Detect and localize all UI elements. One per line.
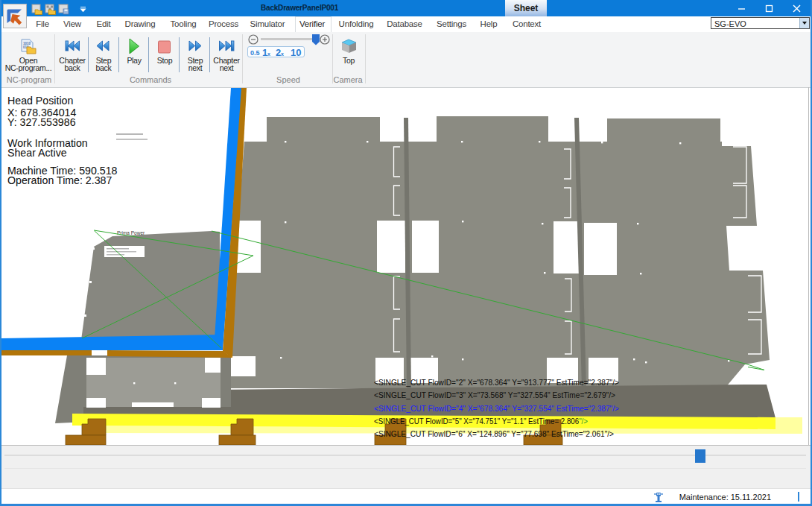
svg-text:0.5: 0.5 — [250, 49, 260, 57]
svg-text:Shear Active: Shear Active — [7, 147, 67, 159]
svg-text:<SINGLE_CUT FlowID="5" X="74.7: <SINGLE_CUT FlowID="5" X="74.751" Y="1.1… — [374, 417, 588, 426]
svg-text:<SINGLE_CUT FlowID="3" X="73.5: <SINGLE_CUT FlowID="3" X="73.568" Y="327… — [374, 390, 615, 399]
svg-text:<SINGLE_CUT FlowID="4" X="678.: <SINGLE_CUT FlowID="4" X="678.364" Y="32… — [374, 404, 619, 413]
svg-text:Y: 327.553986: Y: 327.553986 — [7, 116, 76, 128]
svg-text:x: x — [281, 51, 284, 57]
svg-text:10: 10 — [291, 47, 301, 58]
svg-text:<SINGLE_CUT FlowID="6" X="124.: <SINGLE_CUT FlowID="6" X="124.896" Y="77… — [374, 429, 614, 438]
svg-text:Head Position: Head Position — [7, 95, 73, 107]
svg-text:x: x — [267, 51, 270, 57]
svg-text:<SINGLE_CUT FlowID="2" X="678.: <SINGLE_CUT FlowID="2" X="678.364" Y="91… — [374, 378, 619, 387]
svg-text:Operation Time: 2.387: Operation Time: 2.387 — [7, 174, 112, 186]
